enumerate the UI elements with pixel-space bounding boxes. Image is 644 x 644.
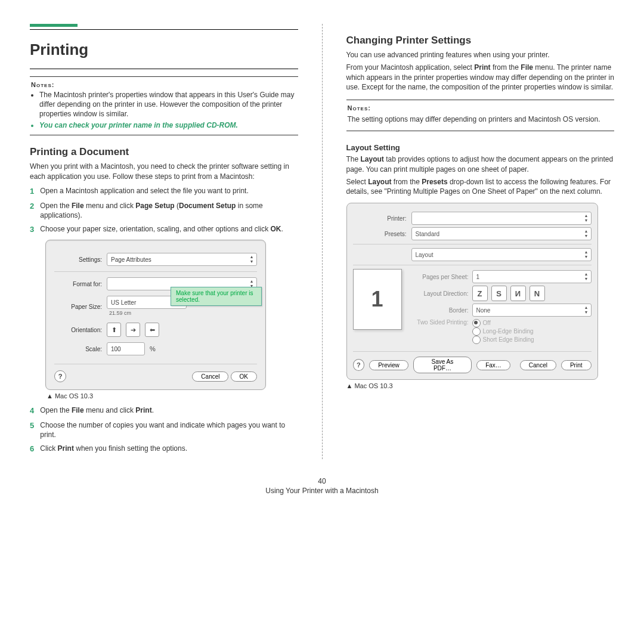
two-sided-long-radio[interactable]: Long-Edge Binding [472,327,534,336]
print-layout-dialog: Printer: ▴▾ Presets: Standard▴▾ Layout▴▾… [346,203,598,380]
notes-label: Notes: [31,81,54,88]
steps-list-cont: 4Open the File menu and click Print. 5Ch… [30,405,298,454]
note-item: You can check your printer name in the s… [39,120,297,130]
presets-label: Presets: [353,231,407,237]
paper-size-label: Paper Size: [54,304,102,310]
step-item: 2Open the File menu and click Page Setup… [30,201,298,221]
orientation-label: Orientation: [54,327,102,333]
scale-pct: % [150,345,156,352]
layout-direction-icon[interactable]: Z [472,286,488,301]
notes-box: Notes: The setting options may differ de… [346,100,615,131]
notes-label: Notes: [348,104,371,112]
layout-direction-icon[interactable]: И [510,286,526,301]
body-text: Select Layout from the Presets drop-down… [346,177,615,197]
cancel-button[interactable]: Cancel [192,371,228,382]
layout-direction-label: Layout Direction: [409,290,469,297]
preview-button[interactable]: Preview [369,360,408,370]
pages-per-sheet-label: Pages per Sheet: [409,274,469,280]
section-heading: Printing a Document [30,146,298,158]
pane-select[interactable]: Layout▴▾ [411,248,592,261]
page-number: 40 [30,477,614,485]
printer-label: Printer: [353,215,407,222]
fax-button[interactable]: Fax… [476,360,510,370]
page-setup-dialog: Settings: Page Attributes▴▾ Format for: … [45,240,266,390]
step-item: 5Choose the number of copies you want an… [30,420,298,441]
step-text: Open the File menu and click Page Setup … [40,201,298,221]
intro-text: When you print with a Macintosh, you nee… [30,162,298,182]
settings-select[interactable]: Page Attributes▴▾ [107,253,257,266]
two-sided-off-radio[interactable]: Off [472,319,534,327]
orientation-landscape-flipped-icon[interactable]: ⬅ [145,323,159,337]
step-item: 6Click Print when you finish setting the… [30,444,298,454]
step-text: Choose the number of copies you want and… [40,420,298,441]
figure-caption: Mac OS 10.3 [346,382,615,389]
step-text: Click Print when you finish setting the … [40,444,187,454]
scale-input[interactable]: 100 [107,342,145,355]
layout-direction-icon[interactable]: S [491,286,507,301]
body-text: You can use advanced printing features w… [346,50,615,60]
border-label: Border: [409,307,469,314]
step-item: 3Choose your paper size, orientation, sc… [30,224,298,235]
page-title: Printing [30,41,298,63]
orientation-portrait-icon[interactable]: ⬆ [107,323,121,337]
orientation-landscape-icon[interactable]: ➔ [126,323,140,337]
column-divider [322,24,323,459]
section-heading: Changing Printer Settings [346,35,615,47]
paper-dim: 21.59 cm [109,310,255,316]
print-button[interactable]: Print [561,360,592,370]
notes-box: Notes: The Macintosh printer's propertie… [30,76,298,135]
body-text: The Layout tab provides options to adjus… [346,154,615,175]
step-text: Open the File menu and click Print. [40,405,154,416]
save-as-pdf-button[interactable]: Save As PDF… [413,357,472,373]
step-item: 1Open a Macintosh application and select… [30,186,298,197]
layout-preview-tile: 1 [353,269,402,330]
presets-select[interactable]: Standard▴▾ [411,227,592,240]
border-select[interactable]: None▴▾ [472,304,592,317]
accent-bar [30,24,78,27]
format-for-label: Format for: [54,281,102,287]
note-body: The setting options may differ depending… [348,114,614,125]
step-item: 4Open the File menu and click Print. [30,405,298,416]
rule [30,69,298,69]
figure-caption: Mac OS 10.3 [47,392,298,400]
step-text: Choose your paper size, orientation, sca… [40,224,283,235]
steps-list: 1Open a Macintosh application and select… [30,186,298,235]
chapter-title: Using Your Printer with a Macintosh [30,487,614,495]
subsection-heading: Layout Setting [346,143,615,152]
ok-button[interactable]: OK [231,371,257,382]
two-sided-label: Two Sided Printing: [409,319,469,344]
scale-label: Scale: [54,346,102,352]
cancel-button[interactable]: Cancel [520,360,556,370]
callout-tooltip: Make sure that your printer is selected. [171,287,262,306]
two-sided-short-radio[interactable]: Short Edge Binding [472,336,534,344]
rule [30,29,298,30]
page-footer: 40 Using Your Printer with a Macintosh [30,477,614,495]
note-item: The Macintosh printer's properties windo… [39,90,297,119]
body-text: From your Macintosh application, select … [346,63,615,92]
layout-direction-icon[interactable]: N [530,286,545,301]
settings-label: Settings: [54,256,102,263]
pages-per-sheet-select[interactable]: 1▴▾ [472,270,592,283]
step-text: Open a Macintosh application and select … [40,186,249,197]
help-button[interactable]: ? [353,359,365,371]
printer-select[interactable]: ▴▾ [411,212,592,225]
help-button[interactable]: ? [54,370,66,382]
